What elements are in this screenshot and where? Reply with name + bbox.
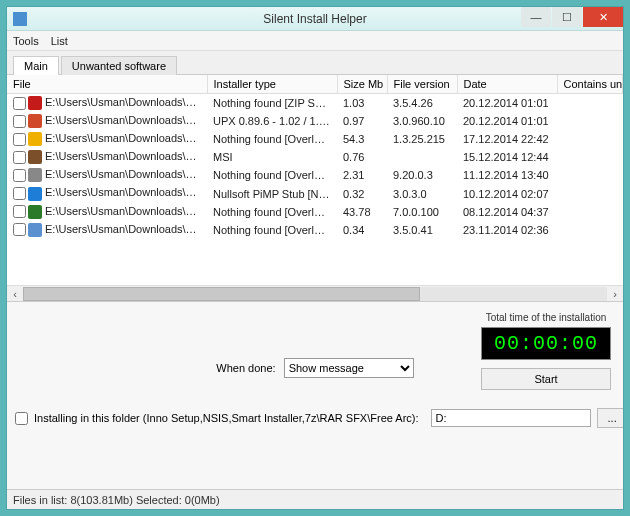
row-checkbox[interactable] (13, 133, 26, 146)
col-file[interactable]: File (7, 75, 207, 94)
cell-file: E:\Users\Usman\Downloads\Progra... (45, 205, 207, 217)
cell-unwanted (557, 166, 623, 184)
browse-button[interactable]: ... (597, 408, 623, 428)
install-folder-label: Installing in this folder (Inno Setup,NS… (34, 412, 419, 424)
file-icon (28, 96, 42, 110)
col-version[interactable]: File version (387, 75, 457, 94)
cell-installer: Nullsoft PiMP Stub [Null... (207, 184, 337, 202)
table-row[interactable]: E:\Users\Usman\Downloads\Progra...Nothin… (7, 203, 623, 221)
maximize-button[interactable]: ☐ (552, 7, 582, 27)
cell-installer: Nothing found [Overlay] * (207, 203, 337, 221)
cell-file: E:\Users\Usman\Downloads\Progra... (45, 114, 207, 126)
install-folder-input[interactable] (431, 409, 591, 427)
col-unwanted[interactable]: Contains unwanted s (557, 75, 623, 94)
tab-main[interactable]: Main (13, 56, 59, 75)
cell-file: E:\Users\Usman\Downloads\Progra... (45, 223, 207, 235)
cell-file: E:\Users\Usman\Downloads\Progra... (45, 150, 207, 162)
table-row[interactable]: E:\Users\Usman\Downloads\Progra...Nothin… (7, 166, 623, 184)
file-icon (28, 205, 42, 219)
file-icon (28, 223, 42, 237)
cell-unwanted (557, 112, 623, 130)
cell-unwanted (557, 94, 623, 113)
cell-version (387, 148, 457, 166)
start-button[interactable]: Start (481, 368, 611, 390)
col-size[interactable]: Size Mb (337, 75, 387, 94)
cell-date: 23.11.2014 02:36 (457, 221, 557, 239)
menu-tools[interactable]: Tools (13, 35, 39, 47)
table-row[interactable]: E:\Users\Usman\Downloads\Progra...MSI0.7… (7, 148, 623, 166)
menu-list[interactable]: List (51, 35, 68, 47)
cell-date: 08.12.2014 04:37 (457, 203, 557, 221)
cell-size: 0.97 (337, 112, 387, 130)
cell-date: 17.12.2014 22:42 (457, 130, 557, 148)
row-checkbox[interactable] (13, 223, 26, 236)
cell-version: 3.0.3.0 (387, 184, 457, 202)
timer-display: 00:00:00 (481, 327, 611, 360)
scroll-track[interactable] (23, 287, 607, 301)
cell-date: 15.12.2014 12:44 (457, 148, 557, 166)
row-checkbox[interactable] (13, 115, 26, 128)
cell-version: 3.0.960.10 (387, 112, 457, 130)
when-done-select[interactable]: Show message (284, 358, 414, 378)
table-row[interactable]: E:\Users\Usman\Downloads\Progra...UPX 0.… (7, 112, 623, 130)
table-row[interactable]: E:\Users\Usman\Downloads\Progra...Nothin… (7, 221, 623, 239)
install-folder-checkbox[interactable] (15, 412, 28, 425)
close-button[interactable]: ✕ (583, 7, 623, 27)
col-installer[interactable]: Installer type (207, 75, 337, 94)
cell-version: 3.5.0.41 (387, 221, 457, 239)
cell-installer: UPX 0.89.6 - 1.02 / 1.05 -... (207, 112, 337, 130)
tab-unwanted[interactable]: Unwanted software (61, 56, 177, 75)
cell-version: 7.0.0.100 (387, 203, 457, 221)
content-area: File Installer type Size Mb File version… (7, 75, 623, 489)
cell-size: 43.78 (337, 203, 387, 221)
file-icon (28, 132, 42, 146)
row-checkbox[interactable] (13, 169, 26, 182)
cell-size: 0.34 (337, 221, 387, 239)
cell-date: 11.12.2014 13:40 (457, 166, 557, 184)
when-done-label: When done: (216, 362, 275, 374)
minimize-button[interactable]: — (521, 7, 551, 27)
timer-box: Total time of the installation 00:00:00 … (481, 312, 611, 390)
status-text: Files in list: 8(103.81Mb) Selected: 0(0… (13, 494, 220, 506)
window-buttons: — ☐ ✕ (520, 7, 623, 27)
file-grid: File Installer type Size Mb File version… (7, 75, 623, 285)
cell-size: 1.03 (337, 94, 387, 113)
cell-version: 9.20.0.3 (387, 166, 457, 184)
app-window: Silent Install Helper — ☐ ✕ Tools List M… (6, 6, 624, 510)
file-icon (28, 150, 42, 164)
table-row[interactable]: E:\Users\Usman\Downloads\Progra...Nullso… (7, 184, 623, 202)
cell-installer: Nothing found [Overlay] * (207, 166, 337, 184)
row-checkbox[interactable] (13, 151, 26, 164)
cell-unwanted (557, 221, 623, 239)
file-icon (28, 168, 42, 182)
table-row[interactable]: E:\Users\Usman\Downloads\Progra...Nothin… (7, 94, 623, 113)
table-header-row: File Installer type Size Mb File version… (7, 75, 623, 94)
cell-version: 1.3.25.215 (387, 130, 457, 148)
titlebar[interactable]: Silent Install Helper — ☐ ✕ (7, 7, 623, 31)
cell-file: E:\Users\Usman\Downloads\Progra... (45, 186, 207, 198)
row-checkbox[interactable] (13, 205, 26, 218)
scroll-right-icon[interactable]: › (607, 287, 623, 301)
col-date[interactable]: Date (457, 75, 557, 94)
cell-installer: Nothing found [ZIP SFX] * (207, 94, 337, 113)
row-checkbox[interactable] (13, 187, 26, 200)
scroll-left-icon[interactable]: ‹ (7, 287, 23, 301)
row-checkbox[interactable] (13, 97, 26, 110)
horizontal-scrollbar[interactable]: ‹ › (7, 285, 623, 301)
cell-unwanted (557, 148, 623, 166)
table-row[interactable]: E:\Users\Usman\Downloads\Progra...Nothin… (7, 130, 623, 148)
cell-version: 3.5.4.26 (387, 94, 457, 113)
tab-strip: Main Unwanted software (7, 51, 623, 75)
file-icon (28, 187, 42, 201)
cell-date: 20.12.2014 01:01 (457, 94, 557, 113)
cell-size: 0.32 (337, 184, 387, 202)
cell-installer: Nothing found [Overlay] * (207, 221, 337, 239)
scroll-thumb[interactable] (23, 287, 420, 301)
cell-size: 0.76 (337, 148, 387, 166)
folder-row: Installing in this folder (Inno Setup,NS… (15, 408, 615, 428)
file-icon (28, 114, 42, 128)
cell-date: 10.12.2014 02:07 (457, 184, 557, 202)
cell-date: 20.12.2014 01:01 (457, 112, 557, 130)
cell-size: 2.31 (337, 166, 387, 184)
cell-installer: MSI (207, 148, 337, 166)
